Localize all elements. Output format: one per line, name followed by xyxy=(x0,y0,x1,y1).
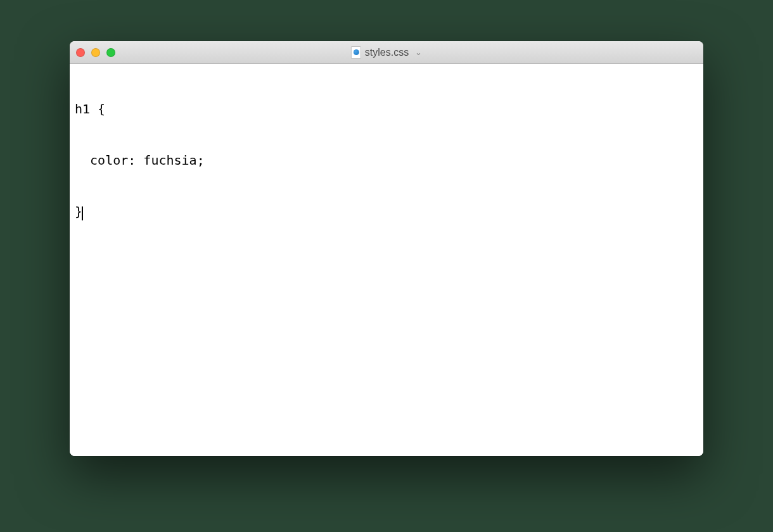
zoom-button[interactable] xyxy=(106,48,115,57)
css-file-icon xyxy=(351,46,361,59)
titlebar[interactable]: styles.css ⌄ xyxy=(70,41,703,64)
title-dropdown[interactable]: styles.css ⌄ xyxy=(351,46,422,59)
chevron-down-icon: ⌄ xyxy=(415,48,422,57)
close-button[interactable] xyxy=(76,48,85,57)
minimize-button[interactable] xyxy=(91,48,100,57)
code-line: } xyxy=(75,203,698,220)
code-line: h1 { xyxy=(75,101,698,118)
text-editor[interactable]: h1 { color: fuchsia; } xyxy=(70,64,703,456)
window-title: styles.css xyxy=(365,47,409,58)
window-controls xyxy=(76,48,115,57)
editor-window: styles.css ⌄ h1 { color: fuchsia; } xyxy=(70,41,703,456)
code-line: color: fuchsia; xyxy=(75,152,698,169)
text-cursor xyxy=(82,206,83,220)
